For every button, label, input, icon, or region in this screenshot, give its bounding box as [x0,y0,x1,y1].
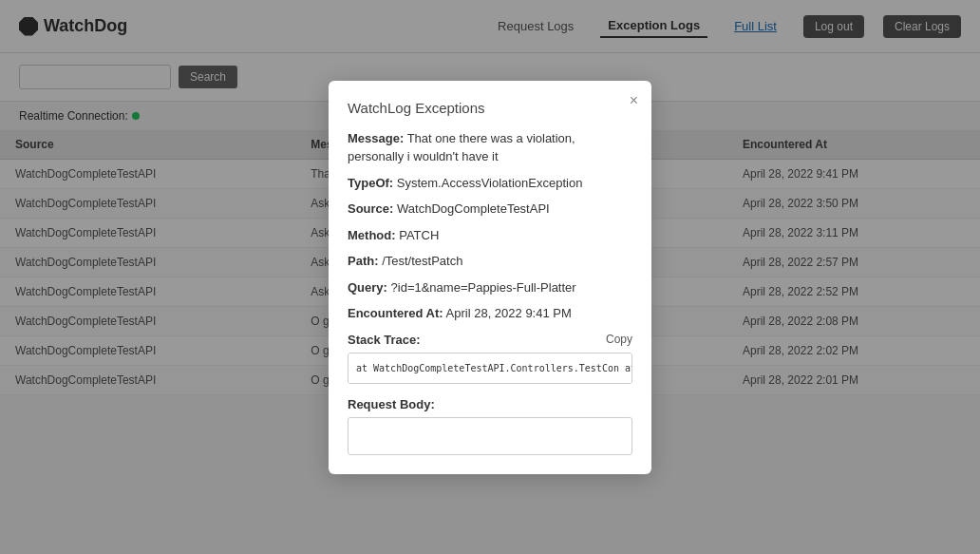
modal-title: WatchLog Exceptions [348,100,632,116]
modal-overlay: × WatchLog Exceptions Message: That one … [0,0,980,554]
query-value: ?id=1&name=Pappies-Full-Platter [391,280,576,295]
modal-encountered-row: Encountered At: April 28, 2022 9:41 PM [348,304,632,323]
exception-modal: × WatchLog Exceptions Message: That one … [329,81,651,474]
path-label: Path: [348,254,379,268]
modal-path-row: Path: /Test/testPatch [348,252,632,271]
source-value: WatchDogCompleteTestAPI [397,201,550,216]
request-body-box [348,417,632,455]
typeof-label: TypeOf: [348,176,393,190]
modal-typeof-row: TypeOf: System.AccessViolationException [348,174,632,193]
modal-message-row: Message: That one there was a violation,… [348,129,632,166]
stack-trace-box[interactable]: at WatchDogCompleteTestAPI.Controllers.T… [348,353,632,384]
query-label: Query: [348,280,387,295]
stack-trace-title: Stack Trace: [348,333,421,347]
typeof-value: System.AccessViolationException [397,176,583,190]
method-value: PATCH [399,228,439,242]
source-label: Source: [348,201,393,216]
encountered-value: April 28, 2022 9:41 PM [446,306,572,320]
encountered-label: Encountered At: [348,306,443,320]
modal-query-row: Query: ?id=1&name=Pappies-Full-Platter [348,278,632,297]
modal-method-row: Method: PATCH [348,226,632,245]
stack-trace-header: Stack Trace: Copy [348,333,632,347]
modal-source-row: Source: WatchDogCompleteTestAPI [348,200,632,219]
request-body-title: Request Body: [348,397,632,411]
method-label: Method: [348,228,396,242]
message-label: Message: [348,131,404,145]
copy-button[interactable]: Copy [606,333,632,346]
modal-close-button[interactable]: × [630,92,638,109]
path-value: /Test/testPatch [382,254,462,268]
